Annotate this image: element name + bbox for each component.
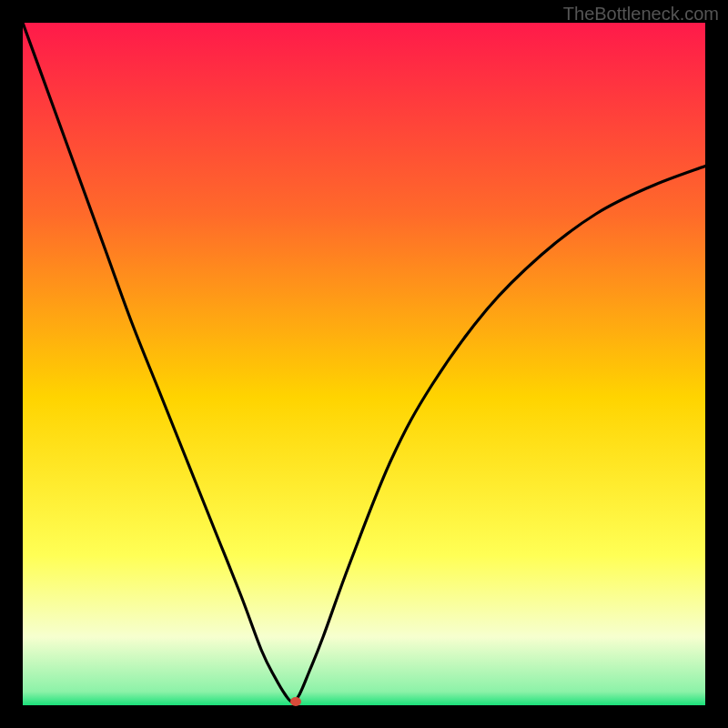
curve-layer bbox=[23, 23, 705, 705]
plot-area bbox=[23, 23, 705, 705]
bottleneck-curve bbox=[23, 23, 705, 702]
plot-frame bbox=[23, 23, 705, 705]
watermark-text: TheBottleneck.com bbox=[563, 4, 719, 25]
